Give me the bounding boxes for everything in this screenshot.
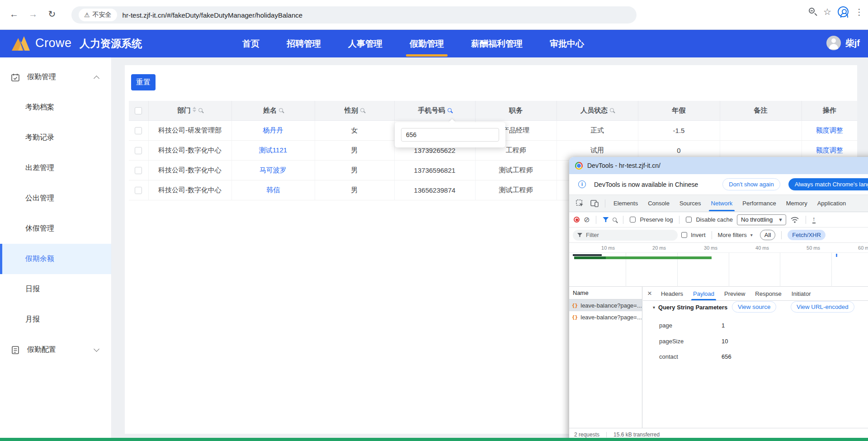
sidebar-item-attendance-files[interactable]: 考勤档案 — [0, 92, 111, 123]
tab-payload[interactable]: Payload — [689, 287, 718, 300]
reset-button[interactable]: 重置 — [131, 74, 156, 90]
filter-input[interactable]: Filter — [573, 230, 678, 241]
requests-column-header[interactable]: Name — [569, 287, 642, 299]
sidebar-item-attendance-records[interactable]: 考勤记录 — [0, 123, 111, 153]
employee-link[interactable]: 杨丹丹 — [263, 126, 283, 134]
tab-sources[interactable]: Sources — [675, 195, 705, 211]
import-har-icon[interactable]: ↑ — [812, 216, 816, 223]
nav-approval[interactable]: 审批中心 — [547, 30, 587, 57]
chevron-down-icon — [94, 346, 99, 352]
request-detail-panel: × Headers Payload Preview Response Initi… — [643, 287, 868, 428]
bookmark-star-icon[interactable]: ☆ — [823, 6, 831, 17]
phone-filter-input[interactable] — [401, 128, 499, 142]
sidebar-item-leave[interactable]: 休假管理 — [0, 213, 111, 244]
tab-initiator[interactable]: Initiator — [788, 287, 815, 300]
row-checkbox[interactable] — [135, 187, 142, 194]
brand-name: Crowe — [35, 36, 72, 50]
sidebar-item-daily-report[interactable]: 日报 — [0, 274, 111, 304]
select-all-checkbox[interactable] — [135, 107, 142, 114]
always-match-button[interactable]: Always match Chrome's language — [788, 178, 868, 190]
search-icon[interactable] — [279, 108, 283, 112]
quota-adjust-link[interactable]: 额度调整 — [816, 146, 843, 154]
device-toolbar-icon[interactable] — [590, 199, 599, 208]
disable-cache-checkbox[interactable] — [686, 217, 692, 223]
header-user[interactable]: 柴jf — [826, 36, 860, 50]
param-row: contact 656 — [659, 353, 868, 360]
col-duty: 职务 — [475, 101, 557, 120]
back-icon[interactable]: ← — [6, 6, 22, 22]
employee-link[interactable]: 马可波罗 — [259, 166, 287, 174]
col-phone: 手机号码 — [394, 101, 475, 120]
sort-icon[interactable] — [193, 107, 196, 112]
search-icon[interactable] — [610, 108, 614, 112]
sidebar-group-attendance[interactable]: 假勤管理 — [0, 62, 111, 92]
view-decoded-button[interactable]: View URL-encoded — [791, 301, 854, 313]
security-chip[interactable]: ⚠ 不安全 — [79, 9, 117, 21]
tab-response[interactable]: Response — [751, 287, 785, 300]
tab-application[interactable]: Application — [813, 195, 850, 211]
quota-adjust-link[interactable]: 额度调整 — [816, 126, 843, 134]
preserve-log-checkbox[interactable] — [630, 217, 636, 223]
url-bar[interactable]: ⚠ 不安全 hr-test.zjf-it.cn/#/fakeDuty/fakeD… — [71, 6, 637, 24]
browser-menu-icon[interactable]: ⋮ — [855, 7, 863, 17]
app-header: Crowe 人力资源系统 首页 招聘管理 人事管理 假勤管理 薪酬福利管理 审批… — [0, 30, 868, 57]
request-item[interactable]: {} leave-balance?page=... — [569, 299, 642, 311]
transferred-size: 15.6 kB transferred — [613, 432, 660, 438]
nav-hr[interactable]: 人事管理 — [345, 30, 385, 57]
filter-chip-all[interactable]: All — [760, 230, 775, 240]
request-item[interactable]: {} leave-balance?page=... — [569, 311, 642, 323]
employee-link[interactable]: 韩信 — [266, 186, 280, 194]
row-checkbox[interactable] — [135, 167, 142, 174]
view-source-button[interactable]: View source — [732, 301, 776, 313]
tab-memory[interactable]: Memory — [782, 195, 811, 211]
devtools-tab-bar: Elements Console Sources Network Perform… — [569, 195, 868, 212]
search-icon-active[interactable] — [448, 108, 452, 112]
search-icon[interactable] — [360, 108, 364, 112]
nav-home[interactable]: 首页 — [240, 30, 262, 57]
profile-icon[interactable] — [838, 6, 849, 17]
network-conditions-icon[interactable] — [790, 216, 799, 223]
zoom-out-icon[interactable] — [809, 8, 817, 16]
sidebar-item-holiday-balance[interactable]: 假期余额 — [0, 244, 111, 274]
record-icon[interactable] — [574, 217, 580, 223]
tab-network[interactable]: Network — [707, 195, 737, 211]
clear-icon[interactable]: ⊘ — [584, 216, 590, 223]
col-gender: 性别 — [315, 101, 394, 120]
search-icon[interactable] — [613, 218, 617, 222]
tab-console[interactable]: Console — [644, 195, 674, 211]
more-filters[interactable]: More filters — [718, 232, 747, 238]
filter-chip-fetch-xhr[interactable]: Fetch/XHR — [788, 230, 826, 240]
sidebar-item-business-trip[interactable]: 出差管理 — [0, 153, 111, 183]
nav-recruit[interactable]: 招聘管理 — [284, 30, 324, 57]
sidebar-item-outing[interactable]: 公出管理 — [0, 183, 111, 213]
network-main: Name {} leave-balance?page=... {} leave-… — [569, 287, 868, 428]
tab-headers[interactable]: Headers — [657, 287, 687, 300]
tab-preview[interactable]: Preview — [721, 287, 749, 300]
tab-performance[interactable]: Performance — [738, 195, 780, 211]
dont-show-again-button[interactable]: Don't show again — [722, 178, 780, 190]
reload-icon[interactable]: ↻ — [44, 6, 60, 22]
nav-attendance[interactable]: 假勤管理 — [407, 30, 447, 57]
query-string-section[interactable]: ▾ Query String Parameters — [653, 304, 727, 311]
devtools-titlebar[interactable]: DevTools - hr-test.zjf-it.cn/ — [569, 157, 868, 174]
close-icon[interactable]: × — [647, 289, 652, 298]
nav-payroll[interactable]: 薪酬福利管理 — [468, 30, 525, 57]
inspect-icon[interactable] — [576, 199, 585, 208]
tab-elements[interactable]: Elements — [609, 195, 642, 211]
col-remark: 备注 — [720, 101, 802, 120]
row-checkbox[interactable] — [135, 127, 142, 134]
network-overview[interactable] — [569, 253, 868, 287]
caret-down-icon: ▾ — [779, 216, 782, 223]
row-checkbox[interactable] — [135, 147, 142, 154]
forward-icon[interactable]: → — [25, 6, 41, 22]
sidebar-group-config[interactable]: 假勤配置 — [0, 335, 111, 365]
sidebar-item-monthly-report[interactable]: 月报 — [0, 304, 111, 335]
col-annual: 年假 — [638, 101, 720, 120]
invert-checkbox[interactable] — [681, 232, 687, 238]
filter-toggle-icon[interactable] — [603, 217, 609, 222]
throttling-select[interactable]: No throttling ▾ — [737, 214, 786, 225]
param-row: page 1 — [659, 322, 868, 329]
document-icon — [11, 346, 20, 355]
employee-link[interactable]: 测试1121 — [259, 146, 287, 154]
search-icon[interactable] — [198, 108, 203, 112]
